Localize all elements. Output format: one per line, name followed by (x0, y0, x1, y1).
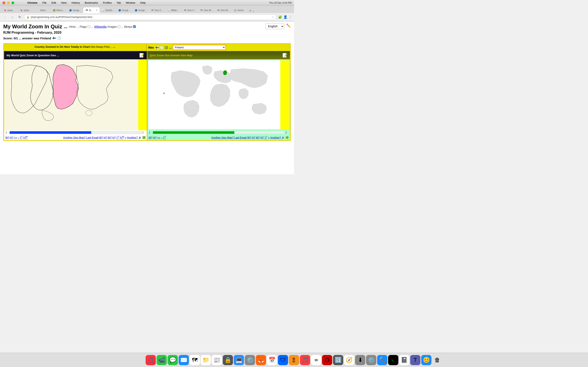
extensions-button[interactable]: 🧩 (278, 15, 282, 19)
bookmark-star-icon[interactable]: ☆ (272, 16, 274, 19)
right-w2-link[interactable]: W? (247, 136, 251, 139)
tab-2-favicon: 🔖 (20, 9, 23, 12)
finland-flag-icon: 🇫🇮 (52, 36, 56, 40)
right-plus-link[interactable]: ++ (157, 136, 160, 139)
tab-active-close[interactable]: ✕ (96, 9, 98, 12)
flags-dots: ... (91, 25, 94, 28)
menu-tab[interactable]: Tab (116, 1, 122, 5)
tab-geo-m-2[interactable]: 🗺 Geo M... (215, 7, 232, 13)
right-h3-link[interactable]: H? (260, 136, 264, 139)
images-checkbox[interactable] (118, 25, 120, 28)
right-map-title: Quiz Zoom Out Answer Geo Map (150, 54, 193, 57)
flags-checkbox[interactable] (87, 25, 90, 28)
tab-google-2[interactable]: 🔵 Googl... (116, 7, 132, 13)
wikipedia-link[interactable]: Wikipedia (94, 25, 107, 28)
left-add-link[interactable]: + (125, 136, 126, 139)
was-clock-icon: 🕐 (160, 46, 163, 49)
left-header-text: Country Zoomed In On Here Totally in Cha… (35, 45, 90, 48)
right-w3-link[interactable]: W? (256, 136, 260, 139)
left-email-link[interactable]: Email (92, 136, 99, 139)
left-w3-link[interactable]: W? (108, 136, 112, 139)
close-button[interactable] (2, 1, 5, 4)
tab-google-1[interactable]: 🔵 Googl... (67, 7, 83, 13)
beeps-label: Beeps (124, 25, 132, 28)
left-fl2-link[interactable]: FlW (120, 136, 124, 139)
right-t2-link[interactable]: TT (264, 136, 268, 139)
tab-home[interactable]: 🏠 Home (232, 7, 248, 13)
menu-help[interactable]: Help (139, 1, 147, 5)
maximize-button[interactable] (11, 1, 14, 4)
left-pencil-icon[interactable]: 📝 (139, 53, 144, 58)
reload-button[interactable]: ↻ (17, 14, 22, 20)
tab-geo-c-1[interactable]: 🗺 Geo C... (149, 7, 165, 13)
right-another-geo-link[interactable]: Another Geo Map? (211, 136, 234, 139)
tab-google-3[interactable]: 🔵 Googl... (132, 7, 149, 13)
left-t-superscript-link[interactable]: TT (20, 136, 23, 139)
left-w1-link[interactable]: W? (5, 136, 9, 139)
left-h2-link[interactable]: H? (104, 136, 107, 139)
right-progress-bar-fill (153, 131, 234, 134)
language-select[interactable]: English Français Español Deutsch (265, 24, 284, 29)
beeps-checkbox[interactable] (133, 25, 136, 28)
right-h1-link[interactable]: H? (153, 136, 156, 139)
pencil-note-icon[interactable]: ✏️ (286, 24, 291, 28)
address-input[interactable] (31, 16, 270, 18)
left-another-geo-link[interactable]: Another Geo Map? (63, 136, 86, 139)
left-w2-link[interactable]: W? (99, 136, 103, 139)
right-t-link[interactable]: TT (163, 136, 166, 139)
tab-geo-m-1[interactable]: 🗺 Geo M... (198, 7, 215, 13)
right-last-link[interactable]: Last (234, 136, 240, 139)
new-tab-button[interactable]: + (248, 9, 253, 13)
right-h2-link[interactable]: H? (252, 136, 255, 139)
tab-wiki[interactable]: 📖 Wikip... (165, 7, 182, 13)
left-h1-link[interactable]: H? (10, 136, 13, 139)
was-green-square: 🟩 (164, 46, 168, 49)
minimize-button[interactable] (7, 1, 10, 4)
left-speaker-icon: 🔊 (138, 136, 142, 139)
tab-2[interactable]: 🔖 rjmpr... (18, 7, 34, 13)
left-another2-link[interactable]: Another? (127, 136, 138, 139)
left-plus-link[interactable]: ++ (14, 136, 17, 139)
right-add-link[interactable]: + (268, 136, 270, 139)
tab-geo-c-2[interactable]: 🗺 Geo C... (182, 7, 198, 13)
right-minus-link[interactable]: − (161, 136, 163, 139)
address-bar[interactable]: 🔒 ☆ (24, 14, 277, 20)
menu-profiles[interactable]: Profiles (102, 1, 112, 5)
tab-dashboard[interactable]: 📊 Dashb... (100, 7, 116, 13)
forward-button[interactable]: › (9, 14, 15, 20)
right-email-link[interactable]: Email (240, 136, 247, 139)
tab-2-label: rjmpr... (24, 9, 32, 11)
tab-geo-m-2-label: Geo M... (221, 9, 230, 11)
right-progress-row: 2 2 (149, 131, 288, 134)
menu-chrome[interactable]: Chrome (26, 1, 38, 5)
clock-icon[interactable]: 🕐 (57, 36, 61, 40)
left-h3-link[interactable]: H? (112, 136, 116, 139)
more-tabs-button[interactable]: › (252, 10, 254, 13)
menu-view[interactable]: View (60, 1, 67, 5)
menu-bookmarks[interactable]: Bookmarks (84, 1, 99, 5)
answer-country-select[interactable]: Finland (173, 45, 226, 50)
right-map-panel: Quiz Zoom Out Answer Geo Map 📝 (147, 51, 290, 140)
back-button[interactable]: ‹ (2, 14, 8, 20)
scandinavia-map-svg (4, 59, 122, 129)
menu-window[interactable]: Window (125, 1, 136, 5)
menu-dots-button[interactable]: ⋮ (289, 15, 292, 19)
right-pencil-icon[interactable]: 📝 (282, 53, 287, 58)
left-t2-link[interactable]: TT (116, 136, 119, 139)
tab-inbox[interactable]: 📧 Inbox (34, 7, 51, 13)
left-fl-link[interactable]: FlW (23, 136, 27, 139)
tab-active[interactable]: 🗺 G... ✕ (83, 7, 100, 13)
menu-history[interactable]: History (71, 1, 80, 5)
toolbar-right: 🧩 👤 ⋮ (278, 15, 292, 19)
left-last-link[interactable]: Last (86, 136, 91, 139)
tab-gol-worm[interactable]: 🟩 Worm... (51, 7, 67, 13)
right-w1-link[interactable]: W? (149, 136, 153, 139)
tab-1[interactable]: 🔖 rjmpr... (2, 7, 18, 13)
titlebar-controls[interactable] (2, 1, 14, 4)
left-minus-link[interactable]: − (17, 136, 19, 139)
menu-edit[interactable]: Edit (51, 1, 57, 5)
browser-chrome: 🔖 rjmpr... 🔖 rjmpr... 📧 Inbox 🟩 Worm... … (0, 6, 294, 21)
right-another2-link[interactable]: Another? (270, 136, 281, 139)
menu-file[interactable]: File (42, 1, 47, 5)
profile-button[interactable]: 👤 (283, 15, 287, 19)
